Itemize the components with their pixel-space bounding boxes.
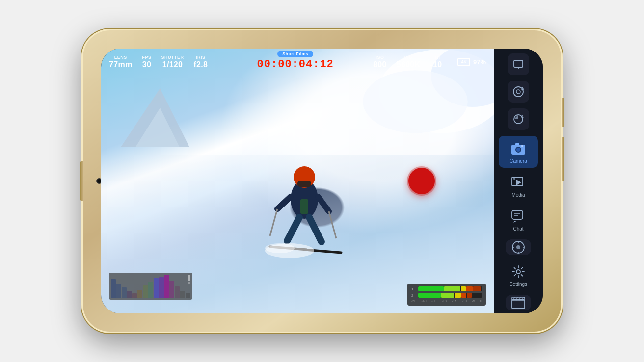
power-button[interactable] xyxy=(562,98,564,127)
svg-point-15 xyxy=(431,49,494,107)
clapperboard-button[interactable] xyxy=(506,295,531,310)
sidebar-item-media[interactable]: Media xyxy=(499,170,538,202)
phone-screen: LENS 77mm FPS 30 SHUTTER 1/120 IRIS f2.8 xyxy=(101,49,543,313)
svg-rect-41 xyxy=(512,300,525,309)
svg-point-35 xyxy=(516,245,520,249)
media-icon xyxy=(510,174,527,191)
autofocus-icon-button[interactable]: A xyxy=(508,81,529,103)
screen-icon-button[interactable] xyxy=(508,53,529,75)
camera-icon xyxy=(510,140,527,157)
svg-rect-2 xyxy=(297,181,311,187)
right-sidebar: A A xyxy=(494,49,543,313)
svg-text:A: A xyxy=(521,86,524,91)
ski-scene xyxy=(101,49,494,313)
svg-line-7 xyxy=(287,217,299,241)
sidebar-item-settings[interactable]: Settings xyxy=(499,259,538,291)
svg-rect-27 xyxy=(521,145,523,147)
svg-point-14 xyxy=(378,50,494,133)
svg-line-4 xyxy=(318,197,329,211)
sidebar-item-camera[interactable]: Camera xyxy=(499,136,538,168)
svg-point-19 xyxy=(516,90,520,94)
media-label: Media xyxy=(511,192,525,198)
exposure-icon-button[interactable]: A xyxy=(508,108,529,130)
camera-label: Camera xyxy=(510,158,527,164)
svg-line-5 xyxy=(270,209,277,236)
volume-button[interactable] xyxy=(562,137,564,181)
svg-line-6 xyxy=(329,211,336,238)
svg-point-13 xyxy=(265,243,295,253)
svg-marker-29 xyxy=(516,180,521,185)
svg-line-3 xyxy=(277,197,291,209)
chat-icon xyxy=(510,207,527,225)
settings-label: Settings xyxy=(510,282,527,287)
viewfinder: LENS 77mm FPS 30 SHUTTER 1/120 IRIS f2.8 xyxy=(101,49,494,313)
phone-frame: LENS 77mm FPS 30 SHUTTER 1/120 IRIS f2.8 xyxy=(81,29,563,333)
top-sidebar-icons: A A xyxy=(508,53,529,130)
svg-rect-11 xyxy=(300,199,308,214)
settings-icon xyxy=(510,263,527,281)
svg-text:A: A xyxy=(521,114,524,119)
chat-label: Chat xyxy=(513,226,523,232)
sidebar-item-chat[interactable]: Chat xyxy=(499,204,538,235)
svg-rect-26 xyxy=(515,143,519,145)
svg-line-8 xyxy=(309,217,322,242)
svg-point-25 xyxy=(516,148,520,152)
svg-point-16 xyxy=(363,70,467,133)
svg-point-40 xyxy=(516,270,520,274)
camera-snapshot-button[interactable] xyxy=(506,239,531,255)
svg-rect-30 xyxy=(513,178,515,180)
skier-container xyxy=(250,128,358,265)
svg-rect-17 xyxy=(514,60,523,67)
svg-rect-31 xyxy=(512,210,523,219)
